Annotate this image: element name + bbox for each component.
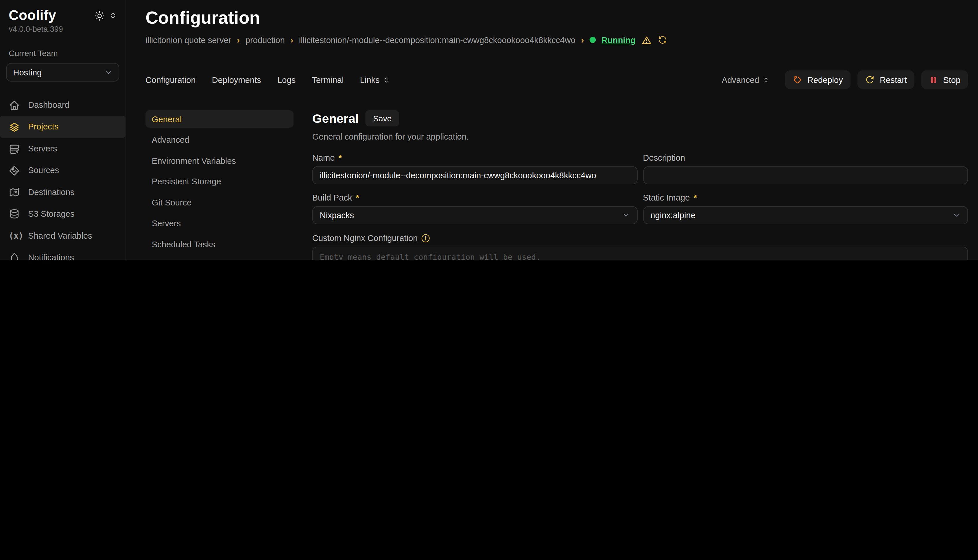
status-dot — [590, 37, 596, 43]
sidebar-item-notifications[interactable]: Notifications — [0, 247, 125, 260]
breadcrumb-application[interactable]: illicitestonion/-module--decomposition:m… — [299, 35, 575, 45]
server-icon — [9, 143, 20, 154]
name-label: Name — [312, 153, 335, 162]
description-label: Description — [643, 153, 685, 162]
tab-deployments[interactable]: Deployments — [212, 75, 261, 84]
warning-triangle-icon[interactable] — [641, 35, 652, 45]
current-team-label: Current Team — [0, 48, 125, 58]
name-input[interactable] — [312, 167, 637, 185]
chevrons-updown-icon — [762, 76, 769, 84]
breadcrumb-environment[interactable]: production — [246, 35, 285, 45]
subnav-persistent-storage[interactable]: Persistent Storage — [145, 173, 294, 190]
subnav-advanced[interactable]: Advanced — [145, 131, 294, 148]
sidebar: Coolify v4.0.0-beta.399 Current Team Hos… — [0, 0, 126, 260]
tab-terminal[interactable]: Terminal — [312, 75, 344, 84]
breadcrumb: illicitonion quote server › production ›… — [145, 34, 968, 46]
build-pack-select[interactable]: Nixpacks — [312, 206, 637, 225]
settings-subnav: General Advanced Environment Variables P… — [145, 110, 294, 260]
restart-icon — [864, 75, 875, 85]
app-version: v4.0.0-beta.399 — [0, 24, 125, 33]
breadcrumb-separator: › — [581, 35, 584, 45]
stop-pause-icon — [929, 75, 938, 84]
custom-nginx-label: Custom Nginx Configuration — [312, 233, 418, 243]
chevrons-updown-icon — [383, 76, 390, 84]
bell-icon — [9, 252, 20, 260]
subnav-environment-variables[interactable]: Environment Variables — [145, 152, 294, 169]
stop-button[interactable]: Stop — [921, 70, 968, 89]
sidebar-item-sources[interactable]: Sources — [0, 160, 125, 181]
status-running-link[interactable]: Running — [602, 35, 635, 45]
git-icon — [9, 165, 20, 176]
sidebar-item-projects[interactable]: Projects — [0, 116, 125, 138]
sidebar-item-servers[interactable]: Servers — [0, 138, 125, 159]
sidebar-item-shared-variables[interactable]: (x) Shared Variables — [0, 225, 125, 247]
chevron-down-icon — [622, 211, 630, 219]
chevron-down-icon — [952, 211, 960, 219]
breadcrumb-separator: › — [237, 35, 240, 45]
tab-configuration[interactable]: Configuration — [145, 75, 196, 84]
section-subtitle: General configuration for your applicati… — [312, 132, 968, 141]
theme-selector-chevrons-icon[interactable] — [109, 11, 117, 20]
subnav-webhooks[interactable]: Webhooks — [145, 256, 294, 260]
breadcrumb-project[interactable]: illicitonion quote server — [145, 35, 231, 45]
parentheses-x-icon: (x) — [9, 231, 20, 240]
description-input[interactable] — [643, 167, 968, 185]
section-heading: General — [312, 110, 359, 127]
home-icon — [9, 99, 20, 111]
tab-logs[interactable]: Logs — [278, 75, 296, 84]
coolify-app: Coolify v4.0.0-beta.399 Current Team Hos… — [0, 0, 978, 260]
team-select[interactable]: Hosting — [7, 63, 119, 82]
tab-links[interactable]: Links — [360, 75, 390, 84]
team-select-value: Hosting — [13, 68, 42, 77]
app-logo: Coolify — [9, 8, 56, 24]
subnav-servers[interactable]: Servers — [145, 215, 294, 232]
sidebar-item-dashboard[interactable]: Dashboard — [0, 94, 125, 116]
custom-nginx-textarea[interactable] — [312, 247, 968, 260]
refresh-icon[interactable] — [658, 35, 668, 45]
subnav-git-source[interactable]: Git Source — [145, 193, 294, 211]
map-icon — [9, 187, 20, 198]
build-pack-label: Build Pack — [312, 193, 352, 202]
theme-sun-icon[interactable] — [94, 10, 105, 21]
layers-icon — [9, 121, 20, 132]
main-page: Configuration illicitonion quote server … — [126, 0, 978, 260]
redeploy-button[interactable]: Redeploy — [785, 70, 851, 89]
redeploy-icon — [792, 75, 802, 85]
save-button[interactable]: Save — [366, 110, 399, 127]
static-image-label: Static Image — [643, 193, 690, 202]
page-title: Configuration — [145, 8, 968, 28]
database-icon — [9, 208, 20, 220]
sidebar-nav: Dashboard Projects Servers Sources Desti… — [0, 94, 125, 260]
advanced-dropdown[interactable]: Advanced — [722, 75, 769, 84]
subnav-scheduled-tasks[interactable]: Scheduled Tasks — [145, 235, 294, 253]
general-form: General Save General configuration for y… — [312, 110, 968, 260]
static-image-select[interactable]: nginx:alpine — [643, 206, 968, 225]
tab-bar: Configuration Deployments Logs Terminal … — [145, 70, 968, 89]
sidebar-item-s3-storages[interactable]: S3 Storages — [0, 203, 125, 225]
breadcrumb-separator: › — [290, 35, 293, 45]
info-icon[interactable]: i — [421, 234, 430, 242]
sidebar-item-destinations[interactable]: Destinations — [0, 181, 125, 203]
subnav-general[interactable]: General — [145, 110, 294, 128]
restart-button[interactable]: Restart — [858, 70, 914, 89]
